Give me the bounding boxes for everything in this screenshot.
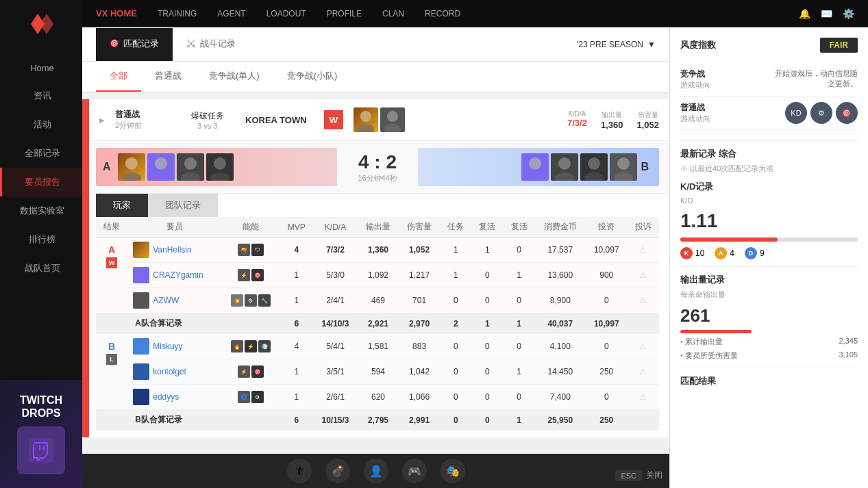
filter-ranked-team[interactable]: 竞争战(小队) [273, 62, 351, 92]
th-task: 任务 [440, 217, 471, 237]
th-member: 要员 [127, 217, 221, 237]
th-revive1: 复活 [471, 217, 503, 237]
svg-point-16 [525, 172, 545, 181]
recent-record-section: 最新记录 综合 ※ 以最近40次匹配记录为准 [680, 148, 858, 174]
svg-point-6 [384, 124, 401, 132]
team-b-player-4 [610, 153, 637, 181]
kd-stats: K 10 A 4 D 9 [680, 247, 858, 259]
th-revive2: 复活 [504, 217, 535, 237]
cell-player-name: Miskuyy [127, 334, 221, 359]
match-list: ▶ 普通战 2分钟前 爆破任务 3 vs 3 KOREA TOWN W [82, 92, 669, 447]
match-map: KOREA TOWN [245, 115, 314, 125]
player-name-vanhellsin[interactable]: VanHellsin [153, 245, 191, 255]
conduct-section: 风度指数 FAIR [680, 38, 858, 53]
svg-point-5 [387, 111, 398, 122]
player-name-azww[interactable]: AZWW [153, 296, 179, 305]
svg-point-22 [614, 172, 633, 181]
kd-stat-a: A 4 [715, 247, 734, 259]
nav-loadout[interactable]: LOADOUT [266, 9, 306, 18]
player-avatar-2 [380, 107, 405, 132]
esc-key[interactable]: ESC [615, 470, 642, 481]
team-b-section: B [418, 148, 659, 186]
bottom-bar: 🗡 💣 👤 🎮 🎭 ESC 关闭 [82, 454, 669, 488]
th-damage: 伤害量 [399, 217, 440, 237]
nav-agent[interactable]: AGENT [217, 9, 245, 18]
battle-icon: ⚔️ [186, 39, 196, 48]
chevron-down-icon: ▼ [647, 40, 656, 49]
filter-ranked-solo[interactable]: 竞争战(单人) [195, 62, 273, 92]
kd-bar [680, 237, 778, 242]
kd-record-title: K/D记录 [680, 181, 858, 193]
player-name-eddyys[interactable]: eddyys [153, 392, 179, 402]
bottom-icon-1[interactable]: 🗡 [287, 459, 312, 483]
nav-training[interactable]: TRAINING [158, 9, 197, 18]
tab-player[interactable]: 玩家 [96, 194, 148, 217]
match-icon: 🎯 [110, 39, 119, 48]
player-name-crazygamin[interactable]: CRAZYgamin [153, 270, 203, 280]
conduct-icons: KD ⚙ 🎯 [785, 102, 858, 124]
cell-player-name: kontolget [127, 359, 221, 385]
team-b-player-2 [551, 153, 578, 181]
cell-kda: 7/3/2 [313, 237, 358, 263]
divider-1 [680, 140, 858, 141]
recent-record-sub: ※ 以最近40次匹配记录为准 [680, 164, 858, 174]
bottom-icon-4[interactable]: 🎮 [402, 459, 427, 483]
sidebar-item-activity[interactable]: 活动 [0, 110, 82, 139]
cell-ability: ⚡ 🎯 [221, 359, 280, 385]
twitch-drops-promo[interactable]: TWITCH DROPS [0, 380, 82, 488]
match-kda-stat: K/D/A 7/3/2 [567, 110, 587, 130]
conduct-icon-kd: KD [785, 102, 807, 124]
match-avatars [354, 107, 405, 132]
conduct-item-ranked: 竞争战 游戏动向 开始游戏后，动向信息随之更新。 [680, 63, 858, 97]
svg-point-18 [555, 172, 574, 181]
svg-point-10 [151, 172, 171, 181]
expand-button[interactable]: ▶ [99, 116, 105, 124]
sidebar-item-member-report[interactable]: 要员报告 [0, 168, 82, 196]
nav-right-icons: 🔔 ✉️ ⚙️ [799, 8, 854, 19]
tab-team-record[interactable]: 团队记录 [148, 194, 218, 217]
sidebar-item-team-home[interactable]: 战队首页 [0, 254, 82, 283]
bottom-icon-2[interactable]: 💣 [325, 459, 350, 483]
cell-result-b: B L [96, 334, 127, 410]
cell-ability: 💥 ⚙ 🔧 [221, 288, 280, 313]
sidebar-item-records[interactable]: 全部记录 [0, 139, 82, 168]
sidebar-item-data-lab[interactable]: 数据实验室 [0, 196, 82, 225]
svg-point-4 [358, 124, 374, 132]
settings-icon[interactable]: ⚙️ [843, 8, 854, 19]
player-name-miskuyy[interactable]: Miskuyy [153, 342, 182, 351]
output-stat2-label: • [680, 351, 685, 359]
kd-sub-label: K/D [680, 196, 858, 205]
main-content: VX HOME TRAINING AGENT LOADOUT PROFILE C… [82, 0, 868, 488]
match-list-wrapper[interactable]: ▶ 普通战 2分钟前 爆破任务 3 vs 3 KOREA TOWN W [82, 92, 669, 454]
svg-rect-0 [29, 438, 53, 463]
svg-point-12 [181, 172, 200, 181]
kd-bar-container [680, 237, 858, 242]
win-indicator-bar [86, 99, 89, 437]
bottom-icon-3[interactable]: 👤 [364, 459, 388, 483]
table-tab-bar: 玩家 团队记录 [96, 194, 659, 217]
mail-icon[interactable]: ✉️ [821, 8, 832, 19]
sidebar-item-news[interactable]: 资讯 [0, 81, 82, 110]
filter-all[interactable]: 全部 [96, 62, 141, 92]
nav-record[interactable]: RECORD [425, 9, 460, 18]
cell-ability: ⚡ 🎯 [221, 263, 280, 288]
kd-stat-k: K 10 [680, 247, 704, 259]
match-type-info: 普通战 2分钟前 [115, 109, 170, 131]
match-result-title: 匹配结果 [680, 375, 858, 387]
nav-profile[interactable]: PROFILE [327, 9, 362, 18]
output-value: 261 [680, 305, 858, 326]
sidebar-item-ranking[interactable]: 排行榜 [0, 225, 82, 254]
tab-battle-record[interactable]: ⚔️ 战斗记录 [173, 28, 249, 61]
svg-point-3 [360, 111, 371, 122]
player-name-kontolget[interactable]: kontolget [153, 367, 186, 376]
output-stat1-value: 2,345 [839, 337, 858, 347]
sidebar-item-home[interactable]: Home [0, 55, 82, 81]
bottom-icon-5[interactable]: 🎭 [441, 459, 465, 483]
tab-match-record[interactable]: 🎯 匹配记录 [96, 28, 173, 61]
filter-normal[interactable]: 普通战 [141, 62, 195, 92]
output-stats: • 累计输出量 2,345 [680, 337, 858, 347]
season-selector[interactable]: '23 PRE SEASON ▼ [577, 40, 656, 49]
nav-clan[interactable]: CLAN [382, 9, 404, 18]
svg-point-15 [529, 157, 541, 170]
notification-icon[interactable]: 🔔 [799, 8, 810, 19]
